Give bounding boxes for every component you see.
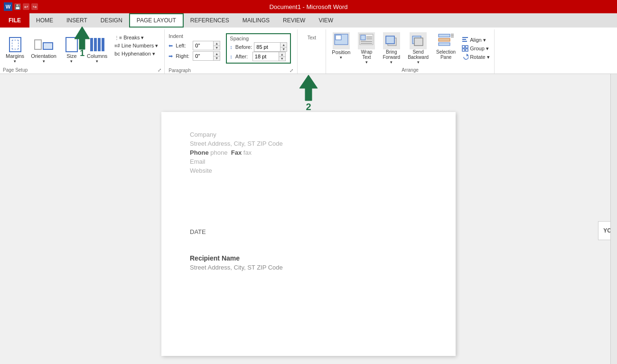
spacing-before-down[interactable]: ▼ (280, 47, 287, 52)
spacing-after-up[interactable]: ▲ (279, 52, 285, 57)
svg-rect-2 (336, 35, 341, 40)
spacing-before-row: ↕ Before: ▲ ▼ (230, 42, 287, 52)
paragraph-group: Indent ⬅ Left: ▲ ▼ ➡ Right: (165, 29, 298, 74)
recipient-address: Street Address, City, ST ZIP Code (190, 264, 427, 271)
menu-review[interactable]: REVIEW (276, 13, 312, 28)
hyphenation-button[interactable]: bc Hyphenation ▾ (113, 50, 159, 57)
ribbon: 1 Margins ▾ Orientation ▾ (0, 28, 617, 74)
indent-left-up[interactable]: ▲ (213, 41, 220, 46)
position-button[interactable]: Position ▾ (329, 30, 353, 66)
selection-pane-button[interactable]: SelectionPane (433, 30, 458, 66)
orientation-button[interactable]: Orientation ▾ (28, 34, 59, 65)
company-placeholder: Company (190, 131, 427, 138)
word-icon: W (4, 2, 12, 11)
spacing-before-up[interactable]: ▲ (280, 43, 287, 47)
menu-page-layout[interactable]: PAGE LAYOUT (129, 13, 184, 28)
wrap-text-button[interactable]: WrapText ▾ (355, 30, 378, 66)
bring-forward-label: BringForward (383, 49, 400, 60)
columns-button[interactable]: Columns ▾ (84, 34, 110, 65)
title-bar: W 💾 ↩ ↪ Document1 - Microsoft Word (0, 0, 617, 13)
window-title: Document1 - Microsoft Word (269, 3, 347, 10)
menu-home[interactable]: HOME (29, 13, 60, 28)
svg-rect-20 (462, 39, 466, 40)
menu-insert[interactable]: INSERT (60, 13, 94, 28)
menu-file[interactable]: FILE (0, 13, 29, 28)
paragraph-footer: Paragraph ⤢ (168, 67, 293, 74)
selection-pane-label: SelectionPane (436, 49, 456, 60)
indent-label: Indent (168, 33, 220, 39)
svg-rect-15 (439, 43, 450, 46)
indent-right-down[interactable]: ▼ (213, 56, 220, 61)
size-button[interactable]: Size ▾ (60, 34, 83, 65)
orientation-icon (35, 36, 52, 53)
annotation-2: 2 (306, 102, 311, 112)
menu-mailings[interactable]: MAILINGS (236, 13, 276, 28)
align-group-rotate: Align ▾ Group ▾ Rotate ▾ (460, 30, 491, 66)
paragraph-expand[interactable]: ⤢ (290, 68, 293, 73)
bring-forward-icon (383, 32, 400, 49)
svg-rect-13 (439, 34, 450, 37)
spacing-label: Spacing (230, 36, 287, 41)
phone-row: Phone phone Fax fax (190, 149, 427, 156)
recipient-name: Recipient Name (190, 254, 427, 262)
menu-references[interactable]: REFERENCES (184, 13, 236, 28)
svg-rect-10 (386, 36, 394, 44)
page-setup-expand[interactable]: ⤢ (158, 67, 161, 73)
rotate-button[interactable]: Rotate ▾ (460, 53, 491, 61)
document-area: 2 Company Street Address, City, ST ZIP C… (0, 74, 617, 364)
breaks-button[interactable]: ⋮≡ Breaks ▾ (113, 34, 159, 41)
address-placeholder: Street Address, City, ST ZIP Code (190, 140, 427, 147)
document-page: Company Street Address, City, ST ZIP Cod… (161, 112, 456, 356)
arrow2-icon (297, 74, 320, 102)
margins-icon (7, 36, 24, 53)
margins-button[interactable]: Margins ▾ (3, 34, 27, 65)
send-backward-button[interactable]: SendBackward ▾ (405, 30, 431, 66)
spacing-after-row: ↕ After: ▲ ▼ (230, 52, 287, 61)
send-backward-icon (410, 32, 427, 49)
text-group: Text (298, 29, 326, 74)
bring-forward-button[interactable]: BringForward ▾ (380, 30, 403, 66)
wrap-text-icon (358, 32, 375, 49)
undo-button[interactable]: ↩ (23, 3, 29, 10)
svg-rect-19 (462, 37, 468, 38)
svg-rect-23 (466, 46, 468, 48)
redo-button[interactable]: ↪ (31, 3, 38, 10)
menu-view[interactable]: VIEW (312, 13, 340, 28)
svg-rect-14 (439, 38, 450, 41)
align-button[interactable]: Align ▾ (460, 36, 491, 44)
indent-left-down[interactable]: ▼ (213, 46, 220, 50)
svg-marker-27 (299, 75, 318, 101)
save-button[interactable]: 💾 (14, 3, 21, 10)
website-placeholder: Website (190, 167, 427, 174)
indent-right-up[interactable]: ▲ (213, 52, 220, 56)
send-backward-label: SendBackward (408, 49, 429, 60)
group-button[interactable]: Group ▾ (460, 45, 491, 52)
text-label: Text (301, 35, 322, 40)
position-icon (333, 32, 350, 49)
columns-icon (89, 36, 106, 53)
email-placeholder: Email (190, 158, 427, 165)
arrange-group: Position ▾ WrapText ▾ BringForward ▾ (326, 29, 494, 74)
scrollbar[interactable] (610, 74, 617, 364)
arrange-footer: Arrange (329, 66, 491, 74)
size-icon (63, 36, 80, 53)
svg-rect-25 (466, 49, 468, 51)
menu-bar: FILE HOME INSERT DESIGN PAGE LAYOUT REFE… (0, 13, 617, 28)
svg-rect-21 (462, 41, 467, 42)
wrap-text-label: WrapText (361, 49, 373, 60)
menu-design[interactable]: DESIGN (94, 13, 129, 28)
spacing-after-down[interactable]: ▼ (279, 57, 285, 61)
date-field[interactable]: DATE (190, 228, 427, 235)
indent-left-row: ⬅ Left: ▲ ▼ (168, 41, 220, 50)
page-setup-group: 1 Margins ▾ Orientation ▾ (0, 29, 165, 74)
indent-group: Indent ⬅ Left: ▲ ▼ ➡ Right: (168, 33, 220, 61)
svg-rect-22 (462, 46, 465, 48)
breaks-group: ⋮≡ Breaks ▾ ≡# Line Numbers ▾ bc Hyphena… (111, 34, 161, 57)
selection-pane-icon (438, 32, 455, 49)
indent-right-row: ➡ Right: ▲ ▼ (168, 51, 220, 61)
svg-rect-24 (462, 49, 465, 51)
line-numbers-button[interactable]: ≡# Line Numbers ▾ (113, 42, 159, 49)
page-setup-footer: Page Setup ⤢ (3, 66, 161, 74)
spacing-group: Spacing ↕ Before: ▲ ▼ ↕ After: (226, 33, 291, 64)
svg-rect-12 (414, 38, 423, 46)
